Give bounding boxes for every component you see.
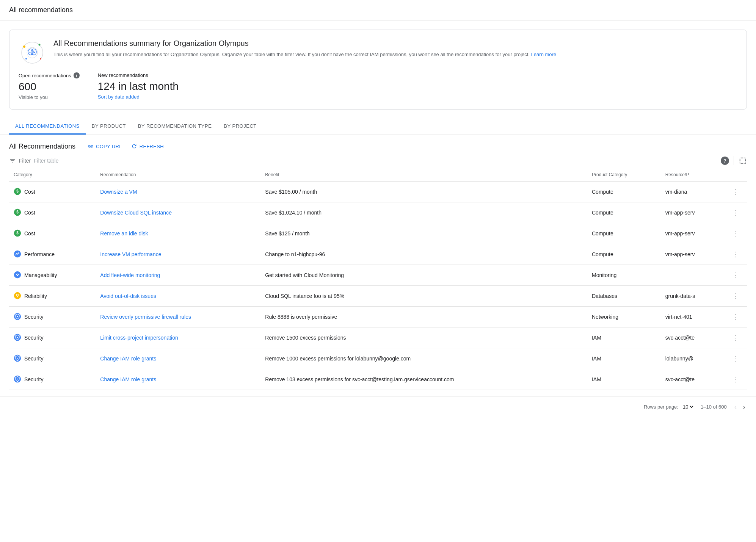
summary-stats: Open recommendations i 600 Visible to yo… [19,72,737,100]
col-recommendation: Recommendation [96,168,260,182]
more-options-button-9[interactable]: ⋮ [729,374,742,385]
columns-icon[interactable] [739,157,747,165]
svg-point-5 [23,45,25,48]
category-icon-manageability [14,271,21,280]
cell-category-8: Security [9,348,96,369]
refresh-icon [131,143,137,149]
recommendation-link-4[interactable]: Add fleet-wide monitoring [100,272,160,278]
svg-point-10 [34,52,35,53]
recommendation-link-8[interactable]: Change IAM role grants [100,356,156,362]
new-rec-sub: Sort by date added [98,94,179,100]
new-rec-label: New recommendations [98,72,179,78]
more-options-button-3[interactable]: ⋮ [729,249,742,260]
cell-actions-6: ⋮ [725,307,747,327]
cell-product-category-4: Monitoring [587,265,661,286]
category-label: Security [24,376,44,382]
svg-text:$: $ [16,231,19,235]
table-header-row: All Recommendations COPY URL REFRESH [9,141,747,152]
recommendation-link-9[interactable]: Change IAM role grants [100,376,156,382]
open-rec-sub: Visible to you [19,94,80,100]
cell-actions-5: ⋮ [725,286,747,307]
more-options-button-5[interactable]: ⋮ [729,290,742,302]
category-icon-cost: $ [14,188,21,196]
refresh-button[interactable]: REFRESH [127,141,168,152]
table-body: $ Cost Downsize a VM Save $105.00 / mont… [9,182,747,390]
cell-category-0: $ Cost [9,182,96,202]
svg-point-9 [30,52,31,53]
category-label: Security [24,314,44,320]
prev-page-button[interactable]: ‹ [733,401,739,413]
help-icon[interactable]: ? [721,157,729,165]
tab-all-recommendations[interactable]: ALL RECOMMENDATIONS [9,119,86,135]
category-icon-security [14,375,21,384]
cell-recommendation-2: Remove an idle disk [96,223,260,244]
category-label: Cost [24,230,35,237]
new-recommendations-stat: New recommendations 124 in last month So… [98,72,179,100]
sort-by-date-link[interactable]: Sort by date added [98,94,140,100]
cell-actions-4: ⋮ [725,265,747,286]
filter-row: Filter Filter table ? [9,156,747,165]
category-icon-security [14,313,21,321]
cell-product-category-6: Networking [587,307,661,327]
more-options-button-6[interactable]: ⋮ [729,311,742,323]
recommendation-link-1[interactable]: Downsize Cloud SQL instance [100,210,172,216]
vertical-divider [734,156,734,165]
cell-resource-6: virt-net-401 [661,307,725,327]
more-options-button-0[interactable]: ⋮ [729,186,742,197]
recommendation-link-3[interactable]: Increase VM performance [100,251,161,257]
page-nav: ‹ › [733,401,747,413]
copy-url-button[interactable]: COPY URL [83,141,127,152]
cell-category-3: Performance [9,244,96,265]
more-options-button-8[interactable]: ⋮ [729,353,742,364]
more-options-button-2[interactable]: ⋮ [729,228,742,239]
more-options-button-4[interactable]: ⋮ [729,269,742,281]
cell-product-category-8: IAM [587,348,661,369]
cell-recommendation-8: Change IAM role grants [96,348,260,369]
cell-benefit-0: Save $105.00 / month [260,182,587,202]
filter-label: Filter [19,158,31,164]
cell-benefit-7: Remove 1500 excess permissions [260,327,587,348]
open-recommendations-stat: Open recommendations i 600 Visible to yo… [19,72,80,100]
cell-benefit-4: Get started with Cloud Monitoring [260,265,587,286]
cell-actions-1: ⋮ [725,202,747,223]
cell-recommendation-9: Change IAM role grants [96,369,260,390]
recommendation-link-5[interactable]: Avoid out-of-disk issues [100,293,156,299]
cell-actions-8: ⋮ [725,348,747,369]
next-page-button[interactable]: › [741,401,747,413]
table-row: Security Review overly permissive firewa… [9,307,747,327]
svg-point-24 [17,316,18,317]
cell-recommendation-3: Increase VM performance [96,244,260,265]
col-actions [725,168,747,182]
table-row: Reliability Avoid out-of-disk issues Clo… [9,286,747,307]
learn-more-link[interactable]: Learn more [531,52,556,57]
recommendation-link-2[interactable]: Remove an idle disk [100,230,148,237]
category-label: Cost [24,189,35,195]
category-icon-cost: $ [14,229,21,238]
col-resource: Resource/P [661,168,725,182]
category-icon-reliability [14,292,21,301]
category-label: Security [24,335,44,341]
recommendation-link-6[interactable]: Review overly permissive firewall rules [100,314,191,320]
svg-point-20 [14,292,21,299]
cell-resource-4 [661,265,725,286]
more-options-button-7[interactable]: ⋮ [729,332,742,343]
open-rec-info-icon[interactable]: i [74,72,80,78]
recommendation-link-7[interactable]: Limit cross-project impersonation [100,335,178,341]
recommendation-link-0[interactable]: Downsize a VM [100,189,137,195]
tab-by-project[interactable]: BY PROJECT [218,119,262,135]
rows-per-page-select[interactable]: 10 25 50 [681,404,695,410]
cell-benefit-3: Change to n1-highcpu-96 [260,244,587,265]
cell-benefit-1: Save $1,024.10 / month [260,202,587,223]
cell-product-category-3: Compute [587,244,661,265]
svg-point-7 [25,58,27,60]
page-header: All recommendations [0,0,756,20]
cell-category-1: $ Cost [9,202,96,223]
tab-by-recommendation-type[interactable]: BY RECOMMENDATION TYPE [132,119,218,135]
tab-by-product[interactable]: BY PRODUCT [86,119,132,135]
cell-benefit-8: Remove 1000 excess permissions for lolab… [260,348,587,369]
more-options-button-1[interactable]: ⋮ [729,207,742,218]
table-row: Security Change IAM role grants Remove 1… [9,369,747,390]
cell-benefit-9: Remove 103 excess permissions for svc-ac… [260,369,587,390]
cell-recommendation-0: Downsize a VM [96,182,260,202]
cell-category-5: Reliability [9,286,96,307]
